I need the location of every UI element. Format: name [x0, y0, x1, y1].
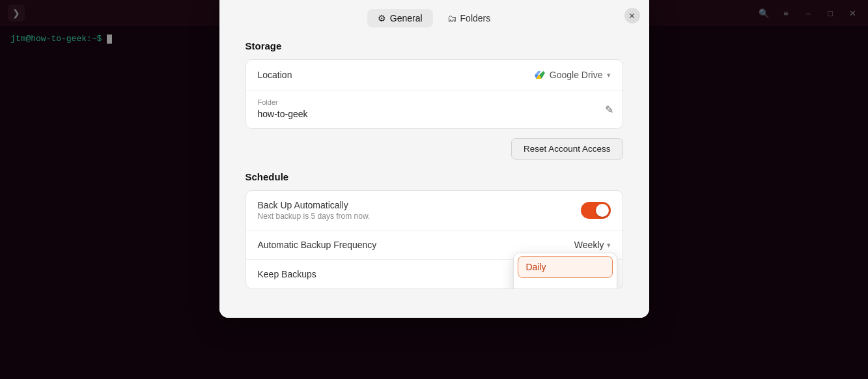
folder-edit-button[interactable]: ✎ [605, 104, 613, 116]
frequency-value: Weekly [574, 240, 604, 250]
option-daily-label: Daily [526, 262, 546, 272]
backup-auto-row: Back Up Automatically Next backup is 5 d… [246, 191, 623, 231]
keep-backups-label: Keep Backups [258, 269, 316, 279]
tab-general-label: General [390, 13, 423, 23]
backup-auto-text-block: Back Up Automatically Next backup is 5 d… [258, 200, 371, 221]
folder-label: Folder [258, 98, 278, 106]
frequency-row: Automatic Backup Frequency Weekly ▾ Dail… [246, 231, 623, 260]
toggle-thumb [596, 204, 609, 217]
settings-modal: ⚙ General 🗂 Folders ✕ Storage Location [219, 0, 649, 318]
general-icon: ⚙ [378, 13, 386, 23]
backup-auto-toggle[interactable] [581, 202, 611, 219]
modal-overlay: ⚙ General 🗂 Folders ✕ Storage Location [0, 0, 868, 379]
tab-general[interactable]: ⚙ General [367, 9, 433, 27]
google-drive-icon [534, 69, 546, 81]
modal-body: Storage Location Google Drive [219, 34, 649, 318]
backup-auto-label: Back Up Automatically [258, 200, 371, 210]
folder-value: how-to-geek [258, 109, 308, 119]
toggle-track [581, 202, 611, 219]
frequency-label: Automatic Backup Frequency [258, 240, 377, 250]
reset-btn-row: Reset Account Access [245, 138, 623, 160]
modal-header: ⚙ General 🗂 Folders ✕ [219, 0, 649, 34]
location-label: Location [258, 70, 292, 80]
tab-folders[interactable]: 🗂 Folders [437, 9, 501, 27]
folder-row: Folder how-to-geek ✎ [246, 91, 623, 128]
location-row: Location Google Drive ▾ [246, 60, 623, 91]
schedule-card: Back Up Automatically Next backup is 5 d… [245, 190, 623, 289]
tab-folders-label: Folders [460, 13, 491, 23]
dropdown-option-daily[interactable]: Daily [518, 256, 613, 278]
dropdown-option-every2days[interactable]: Every 2 days [514, 281, 617, 289]
frequency-dropdown-trigger[interactable]: Weekly ▾ Daily Every 2 days Every 3 da [574, 240, 611, 250]
option-every2days-label: Every 2 days [524, 287, 577, 289]
storage-section-title: Storage [245, 40, 623, 51]
modal-close-button[interactable]: ✕ [624, 8, 640, 23]
location-value: Google Drive [550, 70, 603, 80]
frequency-dropdown-menu: Daily Every 2 days Every 3 days Weekly ✓ [513, 253, 617, 289]
folder-icon: 🗂 [447, 13, 456, 23]
location-chevron-icon: ▾ [607, 71, 611, 79]
location-value-container[interactable]: Google Drive ▾ [534, 69, 611, 81]
storage-card: Location Google Drive ▾ [245, 59, 623, 129]
reset-account-access-button[interactable]: Reset Account Access [511, 138, 623, 160]
frequency-chevron-icon: ▾ [607, 241, 611, 249]
schedule-section-title: Schedule [245, 171, 623, 182]
backup-auto-sub: Next backup is 5 days from now. [258, 212, 371, 221]
